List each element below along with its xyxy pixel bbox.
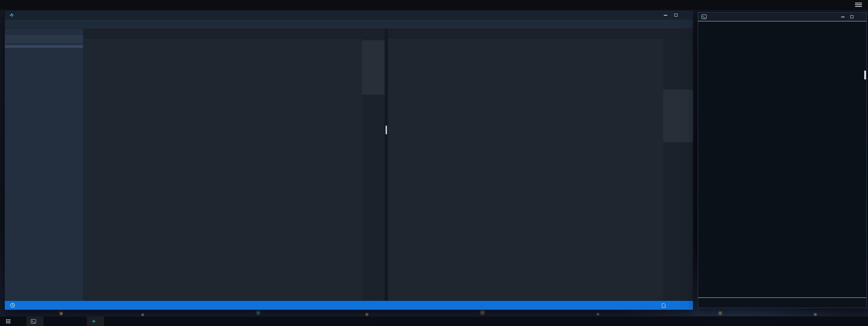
split-handle[interactable] (386, 126, 387, 134)
code-area-right[interactable] (388, 38, 663, 301)
editor-split (84, 29, 693, 301)
tree-root-header[interactable] (5, 45, 83, 48)
minimap-left[interactable] (362, 38, 385, 301)
tab-bar-right (388, 29, 693, 38)
window-controls (660, 11, 691, 20)
minimize-button[interactable] (838, 13, 847, 21)
code-area-left[interactable] (84, 38, 362, 301)
close-button[interactable] (681, 11, 691, 20)
notepada-main (5, 29, 693, 301)
open-editors-header[interactable] (5, 35, 83, 43)
sidebar-header (5, 29, 83, 35)
file-icon (662, 303, 666, 308)
terminal-input-bar[interactable] (698, 298, 866, 308)
start-button[interactable] (0, 317, 16, 326)
editor-pane-left (84, 29, 385, 301)
minimize-button[interactable] (660, 11, 671, 20)
wstty-window (698, 12, 867, 308)
notepada-app-icon (91, 319, 96, 324)
terminal-body[interactable] (698, 21, 866, 298)
menu-bar (5, 20, 693, 29)
system-top-bar (0, 0, 868, 10)
pane-body-left (84, 38, 385, 301)
taskbar-item-notepada[interactable] (87, 317, 104, 326)
app-grid-icon (6, 319, 11, 324)
minimap-viewport[interactable] (362, 40, 385, 95)
status-bar (5, 301, 693, 310)
notepada-window (4, 10, 693, 310)
terminal-icon (31, 319, 36, 324)
status-time (10, 303, 18, 308)
pane-body-right (388, 38, 693, 301)
terminal-scrollbar[interactable] (864, 71, 866, 79)
notepada-app-icon (9, 12, 15, 18)
editor-pane-right (388, 29, 693, 301)
status-file-path[interactable] (662, 303, 669, 308)
sidebar (5, 29, 84, 301)
terminal-icon (702, 15, 707, 19)
status-right (662, 303, 688, 308)
maximize-button[interactable] (671, 11, 681, 20)
taskbar (0, 316, 868, 326)
tab-bar-left (84, 29, 385, 38)
taskbar-item-wstty[interactable] (26, 317, 43, 326)
wstty-title-bar[interactable] (698, 13, 866, 21)
close-button[interactable] (856, 13, 865, 21)
clock-icon (10, 303, 15, 308)
hamburger-menu-icon[interactable] (855, 3, 862, 7)
maximize-button[interactable] (847, 13, 856, 21)
window-controls (838, 13, 865, 21)
minimap-right[interactable] (663, 38, 693, 301)
minimap-viewport[interactable] (663, 90, 693, 142)
terminal-output (698, 21, 866, 28)
split-divider[interactable] (385, 29, 388, 301)
notepada-title-bar[interactable] (5, 11, 693, 20)
